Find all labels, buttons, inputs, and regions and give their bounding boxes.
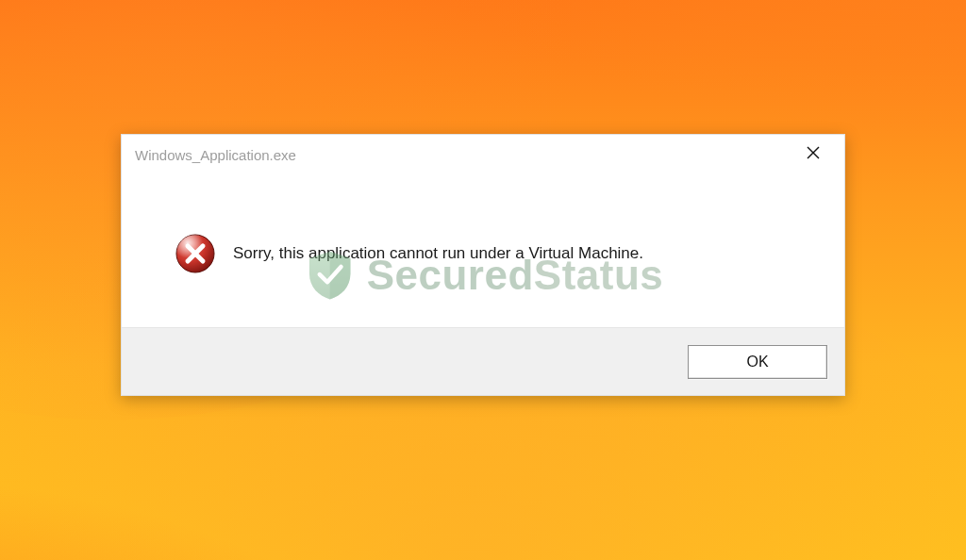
close-icon <box>807 146 820 163</box>
dialog-footer: OK <box>122 327 844 395</box>
title-bar: Windows_Application.exe <box>122 135 844 174</box>
desktop-background: Windows_Application.exe <box>0 0 966 560</box>
dialog-content: Sorry, this application cannot run under… <box>122 174 844 306</box>
ok-button-label: OK <box>746 354 768 370</box>
error-icon <box>175 233 216 274</box>
dialog-message: Sorry, this application cannot run under… <box>233 243 643 264</box>
dialog-window: Windows_Application.exe <box>121 134 845 396</box>
message-dialog: Windows_Application.exe <box>121 134 845 396</box>
dialog-title: Windows_Application.exe <box>135 148 296 162</box>
ok-button[interactable]: OK <box>688 345 827 379</box>
close-button[interactable] <box>791 140 835 169</box>
